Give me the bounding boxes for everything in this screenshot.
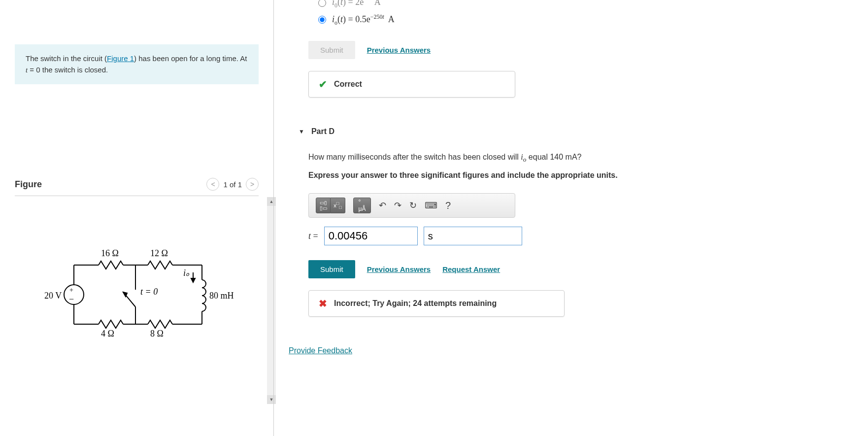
svg-text:16 Ω: 16 Ω bbox=[101, 248, 119, 258]
answer-unit-input[interactable] bbox=[424, 227, 522, 245]
x-icon: ✖ bbox=[319, 298, 327, 309]
reset-icon[interactable]: ↻ bbox=[409, 200, 417, 211]
part-d-question: How many milliseconds after the switch h… bbox=[308, 151, 853, 165]
problem-statement: The switch in the circuit (Figure 1) has… bbox=[15, 44, 259, 84]
figure-counter: 1 of 1 bbox=[223, 180, 242, 189]
part-d-instruction: Express your answer to three significant… bbox=[308, 169, 853, 182]
svg-text:8 Ω: 8 Ω bbox=[150, 329, 164, 338]
submit-button[interactable]: Submit bbox=[308, 260, 355, 278]
option-truncated-radio[interactable] bbox=[318, 0, 326, 7]
keyboard-icon[interactable]: ⌨ bbox=[425, 200, 437, 211]
option-truncated-label: i0(t) = 2e A bbox=[332, 0, 381, 9]
figure-next-button[interactable]: > bbox=[246, 178, 259, 191]
check-icon: ✔ bbox=[319, 78, 327, 90]
part-d-header[interactable]: ▼ Part D bbox=[299, 127, 853, 136]
figure-image: + − 20 V 16 Ω 12 Ω 4 Ω 8 Ω t = 0 iₒ 80 m… bbox=[15, 196, 259, 345]
help-icon[interactable]: ? bbox=[445, 200, 451, 211]
submit-button-disabled: Submit bbox=[308, 41, 355, 59]
svg-text:12 Ω: 12 Ω bbox=[150, 248, 168, 258]
svg-text:80 mH: 80 mH bbox=[209, 291, 234, 301]
svg-text:4 Ω: 4 Ω bbox=[101, 329, 114, 338]
svg-text:iₒ: iₒ bbox=[183, 268, 190, 278]
provide-feedback-link[interactable]: Provide Feedback bbox=[289, 346, 352, 355]
correct-feedback: ✔ Correct bbox=[308, 71, 515, 98]
previous-answers-link-c[interactable]: Previous Answers bbox=[367, 46, 431, 54]
previous-answers-link-d[interactable]: Previous Answers bbox=[367, 265, 431, 273]
answer-toolbar: ▭▯▯▭ x□□ °μÅ ↶ ↷ ↻ ⌨ ? bbox=[308, 193, 515, 218]
figure-link[interactable]: Figure 1 bbox=[107, 54, 134, 63]
problem-text-3: = 0 the switch is closed. bbox=[28, 66, 108, 74]
t-equals-label: t = bbox=[308, 231, 318, 241]
figure-title: Figure bbox=[15, 179, 42, 190]
incorrect-text: Incorrect; Try Again; 24 attempts remain… bbox=[334, 299, 497, 308]
problem-text-2: ) has been open for a long time. At bbox=[134, 54, 247, 63]
redo-icon[interactable]: ↷ bbox=[394, 200, 401, 211]
templates-button[interactable]: ▭▯▯▭ bbox=[316, 198, 331, 213]
correct-text: Correct bbox=[334, 80, 362, 89]
svg-text:20 V: 20 V bbox=[44, 291, 62, 301]
undo-icon[interactable]: ↶ bbox=[379, 200, 386, 211]
option-selected-label: io(t) = 0.5e−250t A bbox=[332, 13, 395, 27]
answer-value-input[interactable] bbox=[324, 227, 418, 245]
svg-text:+: + bbox=[69, 286, 73, 294]
option-selected-radio[interactable] bbox=[318, 16, 326, 24]
script-button[interactable]: x□□ bbox=[331, 198, 345, 213]
figure-prev-button[interactable]: < bbox=[206, 178, 219, 191]
units-button[interactable]: °μÅ bbox=[353, 198, 371, 213]
request-answer-link[interactable]: Request Answer bbox=[442, 265, 500, 273]
problem-text-1: The switch in the circuit ( bbox=[26, 54, 107, 63]
part-d-title: Part D bbox=[311, 127, 334, 136]
incorrect-feedback: ✖ Incorrect; Try Again; 24 attempts rema… bbox=[308, 290, 565, 317]
collapse-icon: ▼ bbox=[299, 128, 304, 135]
svg-text:−: − bbox=[69, 294, 74, 304]
svg-text:t = 0: t = 0 bbox=[140, 287, 158, 297]
